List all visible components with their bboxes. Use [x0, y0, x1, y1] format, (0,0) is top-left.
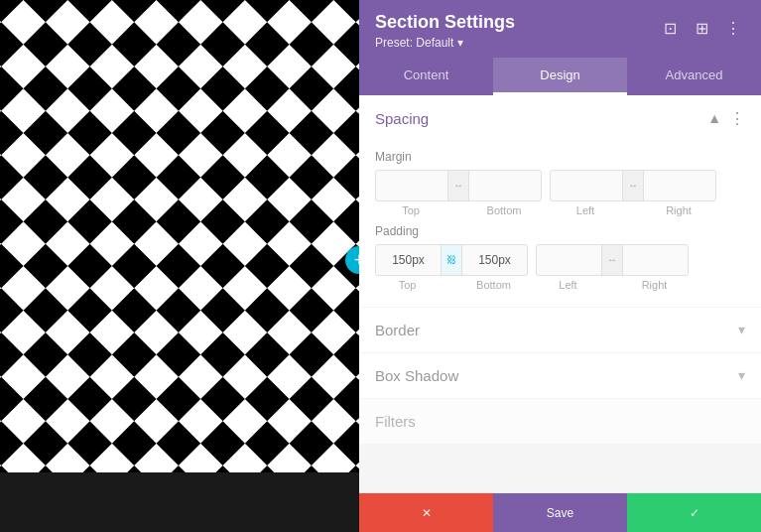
panel-header-left: Section Settings Preset: Default ▾: [375, 12, 515, 50]
padding-left-right-group: ↔ Left Right: [536, 244, 689, 291]
spacing-section-controls: ▲ ⋮: [707, 109, 745, 128]
margin-left-right-inputs: ↔: [550, 170, 716, 201]
padding-group: Padding ⛓ Top Botto: [375, 224, 745, 291]
spacing-content: Margin ↔ Top Bottom: [359, 142, 761, 307]
margin-group: Margin ↔ Top Bottom: [375, 150, 745, 216]
margin-bottom-input[interactable]: [469, 171, 541, 200]
padding-top-bottom-group: ⛓ Top Bottom: [375, 244, 528, 291]
margin-left-input[interactable]: [551, 171, 622, 200]
margin-lr-link-icon[interactable]: ↔: [622, 171, 644, 200]
padding-right-label: Right: [622, 279, 687, 291]
spacing-section-header[interactable]: Spacing ▲ ⋮: [359, 95, 761, 142]
margin-left-label: Left: [550, 204, 621, 216]
padding-lr-link-icon[interactable]: ↔: [601, 245, 623, 275]
margin-right-input[interactable]: [644, 171, 715, 200]
padding-left-right-inputs: ↔: [536, 244, 689, 276]
padding-bottom-label: Bottom: [461, 279, 526, 291]
zigzag-pattern: [0, 0, 359, 532]
filters-section-title: Filters: [375, 413, 416, 430]
margin-inputs-row: ↔ Top Bottom: [375, 170, 745, 216]
margin-tb-link-icon[interactable]: ↔: [447, 171, 469, 200]
padding-left-label: Left: [536, 279, 600, 291]
panel-header-icons: ⊡ ⊞ ⋮: [658, 16, 745, 40]
margin-lr-labels: Left Right: [550, 201, 716, 216]
panel-preset[interactable]: Preset: Default ▾: [375, 36, 515, 50]
canvas-area: +: [0, 0, 359, 532]
tab-design[interactable]: Design: [493, 58, 627, 95]
tabs-bar: Content Design Advanced: [359, 58, 761, 95]
more-icon[interactable]: ⋮: [721, 16, 745, 40]
margin-left-right-group: ↔ Left Right: [550, 170, 716, 216]
padding-top-bottom-inputs: ⛓: [375, 244, 528, 276]
padding-top-input[interactable]: [376, 245, 441, 275]
cancel-button[interactable]: ✕: [359, 493, 493, 532]
margin-top-bottom-group: ↔ Top Bottom: [375, 170, 542, 216]
settings-panel: Section Settings Preset: Default ▾ ⊡ ⊞ ⋮…: [359, 0, 761, 532]
border-section-header[interactable]: Border ▾: [359, 308, 761, 352]
padding-left-input[interactable]: [537, 245, 601, 275]
tab-content[interactable]: Content: [359, 58, 493, 95]
margin-bottom-label: Bottom: [468, 204, 540, 216]
panel-body: Spacing ▲ ⋮ Margin ↔: [359, 95, 761, 492]
bottom-strip: [0, 472, 359, 532]
save-button[interactable]: Save: [493, 493, 627, 532]
spacing-collapse-icon[interactable]: ▲: [707, 110, 721, 126]
filters-section: Filters: [359, 399, 761, 444]
confirm-button[interactable]: ✓: [627, 493, 761, 532]
panel-header: Section Settings Preset: Default ▾ ⊡ ⊞ ⋮: [359, 0, 761, 58]
padding-tb-labels: Top Bottom: [375, 276, 528, 291]
padding-top-label: Top: [375, 279, 440, 291]
spacing-section-title: Spacing: [375, 110, 429, 127]
margin-top-label: Top: [375, 204, 446, 216]
padding-label: Padding: [375, 224, 745, 238]
panel-title: Section Settings: [375, 12, 515, 34]
box-shadow-section-title: Box Shadow: [375, 367, 458, 384]
padding-bottom-input[interactable]: [462, 245, 527, 275]
svg-rect-0: [0, 0, 359, 532]
box-shadow-section-header[interactable]: Box Shadow ▾: [359, 353, 761, 398]
padding-right-input[interactable]: [623, 245, 688, 275]
padding-inputs-row: ⛓ Top Bottom: [375, 244, 745, 291]
spacing-section: Spacing ▲ ⋮ Margin ↔: [359, 95, 761, 307]
padding-tb-link-icon[interactable]: ⛓: [441, 245, 462, 275]
padding-lr-labels: Left Right: [536, 276, 689, 291]
layout-icon[interactable]: ⊞: [690, 16, 713, 40]
resize-icon[interactable]: ⊡: [658, 16, 682, 40]
margin-top-input[interactable]: [376, 171, 447, 200]
border-section-title: Border: [375, 322, 420, 338]
margin-right-label: Right: [643, 204, 714, 216]
margin-top-bottom-inputs: ↔: [375, 170, 542, 201]
margin-tb-labels: Top Bottom: [375, 201, 542, 216]
tab-advanced[interactable]: Advanced: [627, 58, 761, 95]
box-shadow-section: Box Shadow ▾: [359, 353, 761, 398]
filters-section-header[interactable]: Filters: [359, 399, 761, 444]
bottom-bar: ✕ Save ✓: [359, 492, 761, 532]
box-shadow-chevron-icon[interactable]: ▾: [738, 367, 745, 383]
preset-link[interactable]: Preset: Default ▾: [375, 36, 463, 50]
border-chevron-icon[interactable]: ▾: [738, 322, 745, 337]
margin-label: Margin: [375, 150, 745, 164]
border-section: Border ▾: [359, 308, 761, 352]
spacing-more-icon[interactable]: ⋮: [729, 109, 745, 128]
